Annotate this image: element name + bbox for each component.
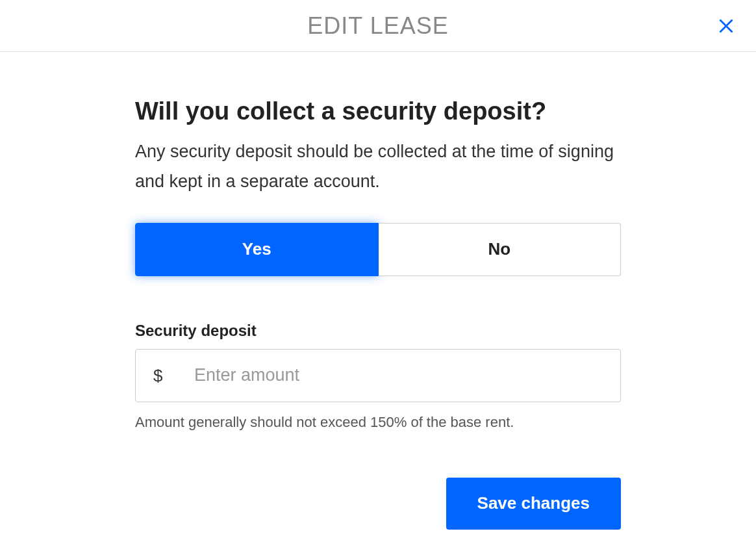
question-heading: Will you collect a security deposit? [135,97,621,125]
modal-content: Will you collect a security deposit? Any… [135,52,621,530]
deposit-input-wrapper: $ [135,349,621,402]
modal-title: EDIT LEASE [307,12,448,40]
yes-no-toggle-group: Yes No [135,223,621,276]
close-icon [716,16,736,36]
close-button[interactable] [714,14,738,38]
save-changes-button[interactable]: Save changes [446,478,621,530]
question-description: Any security deposit should be collected… [135,137,616,197]
deposit-helper-text: Amount generally should not exceed 150% … [135,414,621,431]
actions-row: Save changes [135,478,621,530]
deposit-field-label: Security deposit [135,322,621,340]
modal-header: EDIT LEASE [0,0,756,52]
toggle-yes-button[interactable]: Yes [135,223,379,276]
toggle-no-button[interactable]: No [379,223,622,276]
deposit-amount-input[interactable] [135,349,621,402]
